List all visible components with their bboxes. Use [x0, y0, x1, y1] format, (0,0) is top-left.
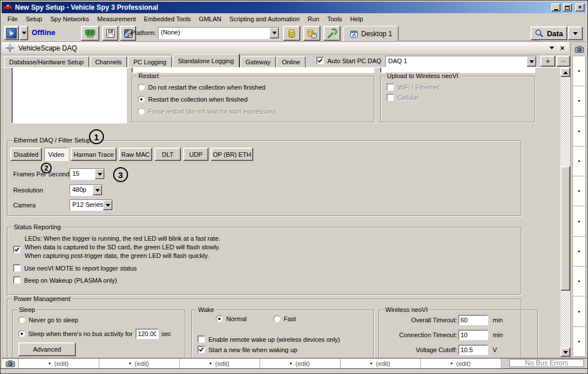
auto-start-pc-daq-checkbox[interactable]: Auto Start PC DAQ	[316, 57, 381, 64]
save-database-button[interactable]	[303, 26, 320, 41]
edit-slot[interactable]: (edit)	[180, 358, 260, 368]
add-daq-button[interactable]: +	[540, 56, 555, 67]
scroll-down-button[interactable]	[560, 348, 570, 357]
chevron-down-icon	[573, 32, 578, 35]
run-button[interactable]	[4, 26, 19, 40]
dock-cell[interactable]	[572, 206, 586, 236]
collection-listbox[interactable]	[11, 68, 127, 124]
checkbox-new-file-wakeup[interactable]: Start a new file when waking up	[198, 346, 297, 353]
close-button[interactable]: ×	[575, 3, 585, 11]
menu-setup[interactable]: Setup	[22, 14, 47, 24]
dock-cell[interactable]	[572, 86, 586, 116]
menu-run[interactable]: Run	[304, 14, 323, 24]
camera-select[interactable]: P12 Series	[69, 199, 113, 211]
save-button[interactable]	[102, 26, 118, 41]
resolution-dropdown-button[interactable]	[92, 185, 102, 195]
filter-button-raw-mac[interactable]: Raw MAC	[119, 148, 152, 161]
tab-gateway[interactable]: Gateway	[241, 56, 276, 67]
checkbox-leds[interactable]	[13, 246, 21, 253]
fps-select[interactable]: 15	[69, 168, 105, 180]
platform-dropdown-button[interactable]	[269, 28, 279, 38]
filter-button-op-br-eth[interactable]: OP (BR) ETH	[211, 148, 253, 161]
radio-no-restart[interactable]: Do not restart the collection when finis…	[138, 84, 265, 91]
tab-pc-logging[interactable]: PC Logging	[128, 56, 172, 67]
tab-channels[interactable]: Channels	[90, 56, 127, 67]
edit-label: (edit)	[456, 360, 470, 367]
remove-daq-button[interactable]: −	[556, 56, 570, 67]
import-data-button[interactable]	[81, 26, 99, 41]
restart-group: Restart Do not restart the collection wh…	[131, 76, 374, 122]
content-scrollbar[interactable]	[560, 68, 570, 357]
menu-file[interactable]: File	[3, 14, 22, 24]
filter-button-disabled[interactable]: Disabled	[10, 148, 42, 161]
panel-menu-icon[interactable]	[550, 47, 554, 49]
menu-tools[interactable]: Tools	[323, 14, 346, 24]
dock-cell[interactable]	[572, 56, 586, 86]
sleep-group: Sleep Never go to sleep Sleep when there…	[12, 310, 185, 358]
clipped-field-left	[131, 68, 374, 73]
menu-measurement[interactable]: Measurement	[93, 14, 140, 24]
edit-slot[interactable]: (edit)	[99, 358, 180, 368]
dock-cell[interactable]	[572, 267, 586, 296]
daq-select[interactable]: DAQ 1	[385, 56, 537, 67]
tab-standalone-logging[interactable]: Standalone Logging	[173, 54, 239, 67]
advanced-button[interactable]: Advanced	[18, 342, 76, 356]
checkbox-beep-wakeup[interactable]: Beep on Wakeup (PLASMA only)	[13, 276, 117, 284]
sleep-seconds-input[interactable]	[136, 329, 158, 339]
data-dropdown-button[interactable]	[568, 26, 583, 40]
menu-help[interactable]: Help	[346, 14, 368, 24]
fps-dropdown-button[interactable]	[95, 169, 105, 179]
voltage-cutoff-input[interactable]	[458, 345, 488, 355]
bullet-icon	[370, 363, 372, 364]
menu-embedded-tools[interactable]: Embedded Tools	[140, 14, 195, 24]
run-options-dropdown[interactable]	[20, 26, 28, 40]
edit-slot[interactable]: (edit)	[421, 358, 501, 368]
filter-button-video[interactable]: Video	[44, 148, 68, 161]
radio-wake-normal[interactable]: Normal	[216, 315, 246, 322]
scrollbar-thumb[interactable]	[560, 166, 570, 291]
filter-button-harman-trace[interactable]: Harman Trace	[71, 148, 117, 161]
edit-slot[interactable]: (edit)	[260, 358, 341, 368]
scroll-up-button[interactable]	[560, 68, 570, 77]
radio-force-restart-label: Force restart (do not wait for start exp…	[148, 108, 276, 115]
connection-timeout-row: Connection Timeout: min	[384, 330, 503, 340]
menu-scripting-automation[interactable]: Scripting and Automation	[225, 14, 303, 24]
checkbox-remote-wakeup[interactable]: Enable remote wake up (wireless devices …	[198, 336, 340, 343]
filter-button-udp[interactable]: UDP	[183, 148, 208, 161]
tab-online[interactable]: Online	[277, 56, 305, 67]
radio-sleep-no-activity[interactable]: Sleep when there's no bus activity for s…	[18, 329, 171, 339]
database-button[interactable]	[283, 26, 300, 41]
daq-dropdown-button[interactable]	[527, 56, 536, 67]
checkbox-neovi-mote[interactable]: Use neoVI MOTE to report logger status	[13, 264, 137, 272]
resolution-select[interactable]: 480p	[69, 184, 103, 196]
radio-wake-fast[interactable]: Fast	[273, 315, 296, 322]
dock-cell[interactable]	[572, 237, 586, 267]
radio-never-sleep[interactable]: Never go to sleep	[18, 317, 78, 323]
dock-cell[interactable]	[572, 176, 586, 206]
edit-slot[interactable]: (edit)	[341, 358, 421, 368]
dock-cell[interactable]	[572, 327, 586, 357]
data-button[interactable]: Data	[531, 26, 567, 40]
radio-restart-when-finished[interactable]: Restart the collection when finished	[138, 96, 247, 103]
panel-close-icon[interactable]: ×	[560, 44, 564, 52]
camera-dropdown-button[interactable]	[103, 200, 113, 210]
desktop-tab[interactable]: Desktop 1	[343, 26, 399, 41]
overall-timeout-input[interactable]	[458, 315, 488, 325]
voltage-cutoff-row: Voltage Cutoff: V	[384, 345, 497, 355]
dock-cell[interactable]	[572, 146, 586, 176]
menu-spy-networks[interactable]: Spy Networks	[46, 14, 93, 24]
menu-gmlan[interactable]: GMLAN	[195, 14, 225, 24]
dock-cell[interactable]	[572, 296, 586, 326]
edit-slot[interactable]: (edit)	[19, 358, 99, 368]
connection-timeout-input[interactable]	[458, 330, 488, 340]
tab-database-hardware-setup[interactable]: Database/Hardware Setup	[4, 56, 89, 67]
minimize-button[interactable]	[551, 3, 560, 11]
dock-cell[interactable]	[572, 117, 586, 146]
chevron-up-icon	[563, 71, 568, 74]
platform-select[interactable]: (None)	[158, 27, 280, 39]
wifi-ethernet-label: WiFi / Ethernet	[397, 84, 439, 91]
tools-button[interactable]	[323, 26, 341, 41]
bullet-icon	[578, 250, 580, 252]
filter-button-dlt[interactable]: DLT	[154, 148, 181, 161]
maximize-button[interactable]	[563, 3, 572, 11]
